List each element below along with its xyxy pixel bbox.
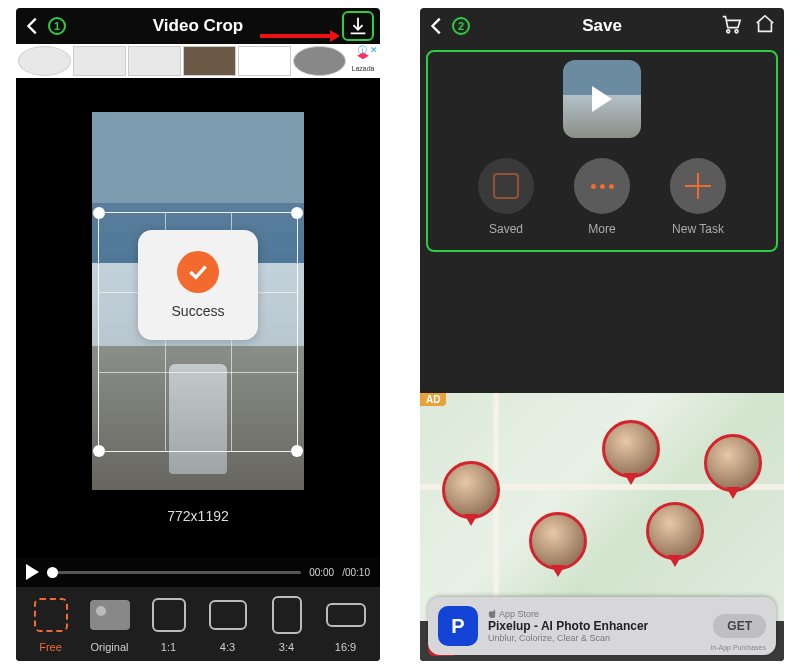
crop-handle-br[interactable] bbox=[291, 445, 303, 457]
banner-ad-strip[interactable]: Lazada ⓘ ✕ bbox=[16, 44, 380, 78]
ad-info-icon[interactable]: ⓘ ✕ bbox=[356, 44, 380, 57]
aspect-ratio-bar: Free Original 1:1 4:3 3:4 16:9 bbox=[16, 587, 380, 661]
ad-map-image bbox=[420, 393, 784, 621]
step-badge-1: 1 bbox=[48, 17, 66, 35]
saved-icon bbox=[493, 173, 519, 199]
appstore-app-name: Pixelup - AI Photo Enhancer bbox=[488, 619, 703, 633]
crop-handle-bl[interactable] bbox=[93, 445, 105, 457]
map-pin bbox=[646, 502, 704, 560]
ratio-original[interactable]: Original bbox=[83, 595, 136, 653]
crop-handle-tr[interactable] bbox=[291, 207, 303, 219]
ad-thumb bbox=[128, 46, 181, 76]
cart-icon[interactable] bbox=[720, 13, 742, 39]
ratio-free[interactable]: Free bbox=[24, 595, 77, 653]
home-icon[interactable] bbox=[754, 13, 776, 39]
ad-thumb bbox=[73, 46, 126, 76]
seek-thumb[interactable] bbox=[47, 567, 58, 578]
svg-point-3 bbox=[727, 30, 730, 33]
play-icon bbox=[592, 86, 612, 112]
time-current: 00:00 bbox=[309, 567, 334, 578]
ratio-3-4[interactable]: 3:4 bbox=[260, 595, 313, 653]
map-pin bbox=[529, 512, 587, 570]
ad-thumb bbox=[183, 46, 236, 76]
ratio-1-1[interactable]: 1:1 bbox=[142, 595, 195, 653]
back-button[interactable] bbox=[16, 9, 50, 43]
screen-video-crop: 1 Video Crop Lazada ⓘ ✕ bbox=[16, 8, 380, 661]
svg-point-4 bbox=[735, 30, 738, 33]
appstore-banner[interactable]: P App Store Pixelup - AI Photo Enhancer … bbox=[428, 597, 776, 655]
ad-badge: AD bbox=[420, 393, 446, 406]
video-preview: Success 772x1192 bbox=[16, 78, 380, 557]
titlebar: 1 Video Crop bbox=[16, 8, 380, 44]
video-thumbnail[interactable] bbox=[563, 60, 641, 138]
back-button[interactable] bbox=[420, 9, 454, 43]
titlebar: 2 Save bbox=[420, 8, 784, 44]
appstore-label: App Store bbox=[488, 609, 703, 619]
action-saved[interactable]: Saved bbox=[478, 158, 534, 236]
export-button[interactable] bbox=[342, 11, 374, 41]
time-total: /00:10 bbox=[342, 567, 370, 578]
map-pin bbox=[602, 420, 660, 478]
success-toast: Success bbox=[138, 230, 258, 340]
annotation-arrow bbox=[260, 26, 340, 34]
ratio-16-9[interactable]: 16:9 bbox=[319, 595, 372, 653]
video-frame[interactable]: Success bbox=[92, 112, 304, 490]
in-app-purchase-label: In-App Purchases bbox=[710, 644, 766, 651]
crop-handle-tl[interactable] bbox=[93, 207, 105, 219]
checkmark-icon bbox=[177, 251, 219, 293]
map-pin bbox=[442, 461, 500, 519]
step-badge-2: 2 bbox=[452, 17, 470, 35]
action-more[interactable]: More bbox=[574, 158, 630, 236]
appstore-app-sub: Unblur, Colorize, Clear & Scan bbox=[488, 633, 703, 643]
page-title: Video Crop bbox=[16, 16, 380, 36]
svg-marker-1 bbox=[330, 30, 340, 42]
get-button[interactable]: GET bbox=[713, 614, 766, 638]
ratio-4-3[interactable]: 4:3 bbox=[201, 595, 254, 653]
more-icon bbox=[591, 184, 614, 189]
action-row: Saved More New Task bbox=[478, 158, 726, 236]
app-logo: P bbox=[438, 606, 478, 646]
screen-save: 2 Save Saved More New Tas bbox=[420, 8, 784, 661]
large-ad[interactable]: AD Dating.com™ Tap into an online dating… bbox=[420, 393, 784, 661]
success-label: Success bbox=[172, 303, 225, 319]
seek-slider[interactable] bbox=[47, 571, 301, 574]
map-pin bbox=[704, 434, 762, 492]
save-panel: Saved More New Task bbox=[426, 50, 778, 252]
play-button[interactable] bbox=[26, 564, 39, 580]
ad-thumb bbox=[238, 46, 291, 76]
plus-icon bbox=[685, 173, 711, 199]
ad-thumb bbox=[293, 46, 346, 76]
dimensions-readout: 772x1192 bbox=[167, 508, 229, 524]
playback-bar: 00:00/00:10 bbox=[16, 557, 380, 587]
action-new-task[interactable]: New Task bbox=[670, 158, 726, 236]
ad-thumb bbox=[18, 46, 71, 76]
